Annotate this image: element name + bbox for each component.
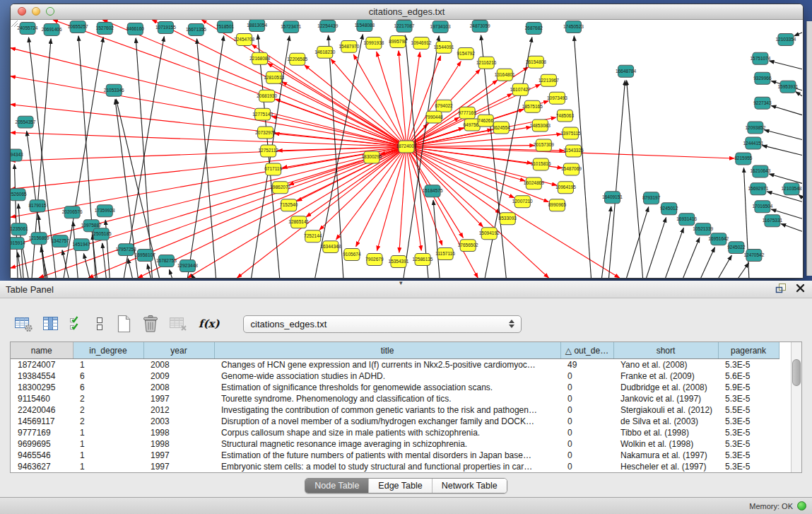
select-column-icon[interactable] (42, 315, 59, 332)
column-header-title[interactable]: title (214, 342, 560, 359)
table-cell: 1 (73, 461, 143, 472)
tab-node-table[interactable]: Node Table (305, 479, 368, 493)
table-source-dropdown[interactable]: citations_edges.txt (243, 315, 522, 333)
row-height-icon[interactable] (93, 315, 106, 332)
panel-resize-handle[interactable]: ▾ (399, 279, 403, 286)
table-cell: 2003 (143, 416, 214, 427)
table-cell: 0 (560, 427, 613, 438)
table-cell: 1997 (143, 450, 214, 461)
column-header-short[interactable]: short (613, 342, 718, 359)
table-scrollbar[interactable] (791, 342, 801, 472)
table-cell: Tibbo et al. (1998) (613, 427, 718, 438)
table-row[interactable]: 1872400712008Changes of HCN gene express… (11, 359, 779, 371)
table-cell: 6 (73, 382, 143, 393)
close-window-button[interactable] (18, 7, 26, 16)
table-cell: 2012 (143, 404, 214, 416)
table-panel: Table Panel ▾ (0, 281, 812, 514)
table-cell: 5.3E-5 (718, 416, 779, 427)
status-bar: Memory: OK (0, 497, 812, 514)
tab-edge-table[interactable]: Edge Table (368, 479, 431, 493)
table-cell: Jankovic et al. (1997) (613, 393, 718, 404)
table-row[interactable]: 1456911722003Disruption of a novel membe… (11, 416, 779, 427)
table-cell: 0 (560, 382, 613, 393)
delete-column-icon[interactable] (141, 315, 160, 333)
table-scrollbar-thumb[interactable] (792, 359, 801, 386)
table-row[interactable]: 946362711997Embryonic stem cells: a mode… (11, 461, 779, 472)
table-cell: 9115460 (11, 393, 73, 404)
table-cell: 0 (560, 404, 613, 416)
table-row[interactable]: 1938455462009Genome-wide association stu… (11, 370, 779, 382)
table-panel-title: Table Panel (0, 284, 54, 295)
table-row[interactable]: 911546021997Tourette syndrome. Phenomeno… (11, 393, 779, 404)
table-cell: 5.3E-5 (718, 450, 779, 461)
background-panel-edge (806, 21, 812, 276)
minimize-window-button[interactable] (32, 7, 40, 16)
cytoscape-app: citations_edges.txt 18724007224547082216… (0, 0, 812, 514)
table-cell: 5.9E-5 (718, 382, 779, 393)
table-cell: 18300295 (11, 382, 73, 393)
tab-network-table[interactable]: Network Table (432, 479, 507, 493)
table-cell: 18724007 (11, 359, 73, 371)
table-cell: 9465546 (11, 450, 73, 461)
table-row[interactable]: 1830029562008Estimation of significance … (11, 382, 779, 393)
table-cell: Dudbridge et al. (2008) (613, 382, 718, 393)
table-tabs-row: Node Table Edge Table Network Table (0, 473, 812, 493)
table-cell: 1 (73, 359, 143, 371)
table-cell: Hescheler et al. (1997) (613, 461, 718, 472)
table-cell: Corpus callosum shape and size in male p… (214, 427, 560, 438)
table-cell: Tourette syndrome. Phenomenology and cla… (214, 393, 560, 404)
table-cell: 9699695 (11, 438, 73, 450)
column-header-year[interactable]: year (143, 342, 214, 359)
table-cell: 9463627 (11, 461, 73, 472)
table-cell: 0 (560, 450, 613, 461)
network-view-window: citations_edges.txt 18724007224547082216… (10, 4, 804, 279)
table-settings-icon[interactable] (14, 315, 33, 332)
table-cell: 1997 (143, 393, 214, 404)
column-header-name[interactable]: name (11, 342, 73, 359)
table-cell: 2009 (143, 370, 214, 382)
table-cell: 0 (560, 393, 613, 404)
table-cell: 9777169 (11, 427, 73, 438)
table-cell: Wolkin et al. (1998) (613, 438, 718, 450)
table-cell: 5.3E-5 (718, 461, 779, 472)
table-cell: 2 (73, 393, 143, 404)
function-builder-icon[interactable]: f(x) (197, 317, 221, 330)
table-cell: 2 (73, 404, 143, 416)
table-cell: 5.3E-5 (718, 393, 779, 404)
table-row[interactable]: 946554611997Estimation of the future num… (11, 450, 779, 461)
table-cell: Structural magnetic resonance image aver… (214, 438, 560, 450)
table-cell: 1998 (143, 427, 214, 438)
table-cell: 5.3E-5 (718, 359, 779, 371)
column-header-pagerank[interactable]: pagerank (718, 342, 779, 359)
node-table: namein_degreeyeartitle△ out_de…shortpage… (11, 342, 779, 472)
table-cell: 1 (73, 427, 143, 438)
table-cell: 0 (560, 416, 613, 427)
node-table-container: namein_degreeyeartitle△ out_de…shortpage… (10, 341, 802, 473)
network-canvas[interactable]: 1872400722454708221680881281051320681930… (11, 20, 803, 278)
table-cell: 6 (73, 370, 143, 382)
table-cell: Stergiakouli et al. (2012) (613, 404, 718, 416)
table-row[interactable]: 977716911998Corpus callosum shape and si… (11, 427, 779, 438)
close-panel-icon[interactable] (796, 284, 805, 293)
zoom-window-button[interactable] (46, 7, 54, 16)
new-column-icon[interactable] (115, 315, 132, 333)
select-rows-icon[interactable] (69, 315, 84, 332)
float-panel-icon[interactable] (775, 283, 787, 293)
delete-table-icon-disabled (169, 315, 188, 332)
resize-grip-icon[interactable] (11, 20, 802, 277)
table-cell: 0 (560, 438, 613, 450)
window-titlebar[interactable]: citations_edges.txt (11, 4, 803, 20)
network-desktop: citations_edges.txt 18724007224547082216… (0, 0, 812, 281)
table-row[interactable]: 969969511998Structural magnetic resonanc… (11, 438, 779, 450)
table-cell: 49 (560, 359, 613, 371)
column-header-in_degree[interactable]: in_degree (73, 342, 143, 359)
memory-status-indicator[interactable] (797, 501, 806, 510)
table-panel-header: Table Panel ▾ (0, 281, 812, 298)
table-cell: de Silva et al. (2003) (613, 416, 718, 427)
table-cell: 1 (73, 450, 143, 461)
table-cell: Franke et al. (2009) (613, 370, 718, 382)
table-cell: 5.5E-5 (718, 404, 779, 416)
table-row[interactable]: 2242004622012Investigating the contribut… (11, 404, 779, 416)
table-toolbar: f(x) citations_edges.txt (0, 298, 812, 335)
column-header-out_de[interactable]: △ out_de… (560, 342, 613, 359)
